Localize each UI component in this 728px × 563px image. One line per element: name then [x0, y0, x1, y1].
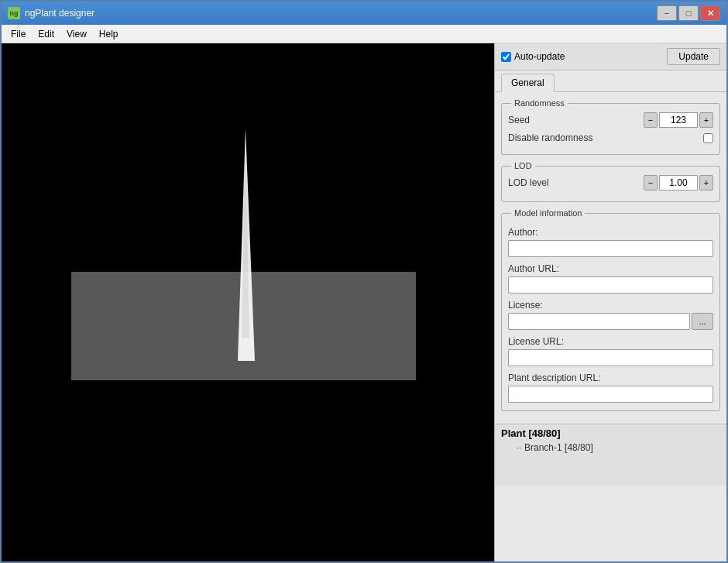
close-button[interactable]: ✕	[700, 5, 720, 21]
update-button[interactable]: Update	[667, 48, 720, 65]
seed-label: Seed	[508, 115, 644, 125]
disable-randomness-row: Disable randomness	[508, 132, 713, 143]
form-area: Randomness Seed − 123 + Disable randomne…	[495, 92, 726, 424]
menu-help[interactable]: Help	[93, 27, 125, 41]
lod-fieldset: LOD LOD level − 1.00 +	[501, 161, 720, 202]
license-browse-button[interactable]: ...	[692, 313, 713, 330]
tab-general[interactable]: General	[501, 74, 555, 92]
seed-plus-button[interactable]: +	[699, 112, 713, 128]
seed-value[interactable]: 123	[659, 112, 698, 128]
bottom-panel: Plant [48/80] Branch-1 [48/80]	[495, 424, 726, 486]
seed-row: Seed − 123 +	[508, 112, 713, 128]
right-toolbar: Auto-update Update	[495, 43, 726, 70]
title-bar: ng ngPlant designer − □ ✕	[2, 2, 726, 25]
branch-item[interactable]: Branch-1 [48/80]	[501, 442, 720, 453]
license-row: ...	[508, 313, 713, 331]
menu-file[interactable]: File	[5, 27, 32, 41]
lod-level-label: LOD level	[508, 177, 644, 188]
model-info-legend: Model information	[511, 208, 585, 218]
auto-update-label: Auto-update	[514, 51, 565, 62]
viewport-panel	[2, 43, 494, 561]
tabs-row: General	[495, 70, 726, 92]
right-panel: Auto-update Update General Randomness Se…	[494, 43, 726, 561]
model-info-fieldset: Model information Author: Author URL: Li…	[501, 208, 720, 411]
author-label: Author:	[508, 227, 713, 238]
lod-legend: LOD	[511, 161, 535, 170]
app-icon: ng	[8, 7, 20, 19]
author-input[interactable]	[508, 240, 713, 257]
license-label: License:	[508, 300, 713, 311]
disable-randomness-label: Disable randomness	[508, 132, 703, 143]
menu-bar: File Edit View Help	[2, 25, 726, 43]
author-url-input[interactable]	[508, 276, 713, 294]
plant-render	[2, 43, 494, 561]
auto-update-checkbox[interactable]	[501, 52, 511, 62]
plant-desc-input[interactable]	[508, 386, 713, 403]
author-url-label: Author URL:	[508, 263, 713, 274]
randomness-legend: Randomness	[511, 98, 568, 108]
lod-level-control: − 1.00 +	[644, 175, 713, 191]
window-title: ngPlant designer	[25, 8, 657, 19]
license-url-input[interactable]	[508, 349, 713, 366]
plant-desc-label: Plant description URL:	[508, 372, 713, 383]
viewport-canvas	[2, 43, 494, 561]
disable-randomness-checkbox[interactable]	[703, 133, 713, 143]
app-window: ng ngPlant designer − □ ✕ File Edit View…	[0, 0, 728, 563]
maximize-button[interactable]: □	[678, 5, 699, 21]
auto-update-container: Auto-update	[501, 51, 565, 62]
license-input[interactable]	[508, 313, 690, 330]
window-controls: − □ ✕	[657, 5, 720, 21]
menu-view[interactable]: View	[60, 27, 93, 41]
lod-plus-button[interactable]: +	[699, 175, 713, 191]
menu-edit[interactable]: Edit	[32, 27, 60, 41]
lod-level-value[interactable]: 1.00	[659, 175, 698, 191]
lod-minus-button[interactable]: −	[644, 175, 658, 191]
plant-status-title: Plant [48/80]	[501, 427, 720, 439]
main-content: Auto-update Update General Randomness Se…	[2, 43, 726, 561]
seed-minus-button[interactable]: −	[644, 112, 658, 128]
seed-control: − 123 +	[644, 112, 713, 128]
lod-level-row: LOD level − 1.00 +	[508, 175, 713, 191]
minimize-button[interactable]: −	[657, 5, 677, 21]
license-url-label: License URL:	[508, 336, 713, 347]
randomness-fieldset: Randomness Seed − 123 + Disable randomne…	[501, 98, 720, 155]
